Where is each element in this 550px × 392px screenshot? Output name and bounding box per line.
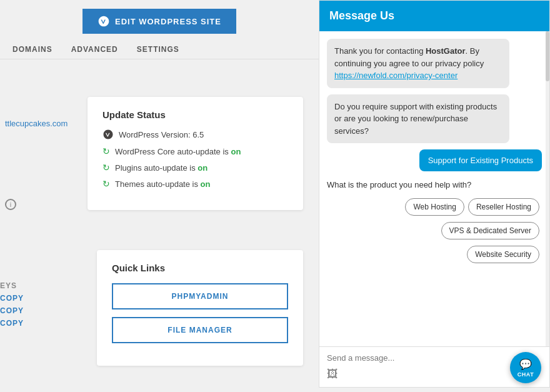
chat-message-input[interactable] bbox=[327, 353, 542, 363]
nav-tabs: DOMAINS ADVANCED SETTINGS bbox=[0, 40, 319, 59]
chat-options: Web Hosting Reseller Hosting bbox=[327, 198, 542, 216]
sidebar-keys: EYS COPY COPY COPY bbox=[0, 281, 24, 331]
image-attach-icon[interactable]: 🖼 bbox=[327, 368, 338, 381]
scrollbar-thumb[interactable] bbox=[546, 31, 549, 81]
wordpress-small-icon bbox=[102, 129, 114, 140]
chat-header-title: Message Us bbox=[329, 9, 394, 22]
core-refresh-icon: ↻ bbox=[102, 146, 110, 156]
info-icon[interactable]: i bbox=[5, 199, 16, 210]
plugins-update-text: Plugins auto-update is on bbox=[115, 163, 208, 173]
chat-message-3: What is the product you need help with? bbox=[327, 178, 542, 192]
wp-version-item: WordPress Version: 6.5 bbox=[102, 129, 288, 140]
file-manager-button[interactable]: FILE MANAGER bbox=[112, 317, 288, 343]
quick-links-title: Quick Links bbox=[112, 263, 288, 273]
quick-links-card: Quick Links PHPMYADMIN FILE MANAGER bbox=[97, 250, 303, 366]
tab-settings[interactable]: SETTINGS bbox=[137, 45, 179, 59]
phpmyadmin-button[interactable]: PHPMYADMIN bbox=[112, 283, 288, 309]
sidebar-item-copy-3[interactable]: COPY bbox=[0, 319, 24, 328]
privacy-link[interactable]: https://newfold.com/privacy-center bbox=[334, 71, 458, 80]
option-reseller-hosting[interactable]: Reseller Hosting bbox=[468, 198, 539, 216]
plugins-update-item: ↻ Plugins auto-update is on bbox=[102, 163, 288, 173]
site-link[interactable]: ttlecupcakes.com bbox=[5, 119, 68, 128]
themes-refresh-icon: ↻ bbox=[102, 179, 110, 189]
chat-message-1: Thank you for contacting HostGator. By c… bbox=[327, 39, 509, 88]
edit-wordpress-button[interactable]: EDIT WORDPRESS SITE bbox=[82, 9, 236, 34]
chat-options-3: Website Security bbox=[327, 246, 542, 263]
hostgator-brand: HostGator bbox=[426, 46, 466, 56]
update-status-card: Update Status WordPress Version: 6.5 ↻ W… bbox=[88, 97, 303, 210]
wordpress-icon bbox=[98, 15, 110, 28]
chat-fab-label: CHAT bbox=[518, 371, 534, 378]
option-web-hosting[interactable]: Web Hosting bbox=[405, 198, 464, 216]
wp-version-text: WordPress Version: 6.5 bbox=[119, 130, 204, 139]
core-update-item: ↻ WordPress Core auto-update is on bbox=[102, 146, 288, 156]
sidebar-item-copy-2[interactable]: COPY bbox=[0, 306, 24, 315]
update-status-title: Update Status bbox=[102, 109, 288, 120]
core-update-text: WordPress Core auto-update is on bbox=[115, 147, 241, 156]
chat-fab-icon: 💬 bbox=[519, 358, 532, 370]
themes-update-text: Themes auto-update is on bbox=[115, 179, 210, 189]
edit-button-label: EDIT WORDPRESS SITE bbox=[115, 17, 221, 26]
chat-message-2: Do you require support with existing pro… bbox=[327, 94, 509, 144]
main-content: EDIT WORDPRESS SITE DOMAINS ADVANCED SET… bbox=[0, 0, 319, 392]
header-bar: EDIT WORDPRESS SITE bbox=[0, 0, 319, 40]
chat-header: Message Us bbox=[319, 1, 549, 31]
tab-advanced[interactable]: ADVANCED bbox=[71, 45, 118, 59]
themes-update-item: ↻ Themes auto-update is on bbox=[102, 179, 288, 189]
chat-user-reply: Support for Existing Products bbox=[419, 149, 542, 171]
tab-domains[interactable]: DOMAINS bbox=[12, 45, 52, 59]
plugins-refresh-icon: ↻ bbox=[102, 163, 110, 173]
sidebar-item-copy-1[interactable]: COPY bbox=[0, 294, 24, 303]
option-vps[interactable]: VPS & Dedicated Server bbox=[441, 222, 539, 239]
chat-panel: Message Us Thank you for contacting Host… bbox=[319, 0, 550, 388]
chat-options-2: VPS & Dedicated Server bbox=[327, 222, 542, 239]
sidebar-item-eys: EYS bbox=[0, 281, 24, 290]
option-website-security[interactable]: Website Security bbox=[467, 246, 539, 263]
chat-fab-button[interactable]: 💬 CHAT bbox=[510, 352, 541, 383]
chat-messages: Thank you for contacting HostGator. By c… bbox=[319, 31, 549, 346]
scrollbar-track bbox=[546, 31, 549, 346]
